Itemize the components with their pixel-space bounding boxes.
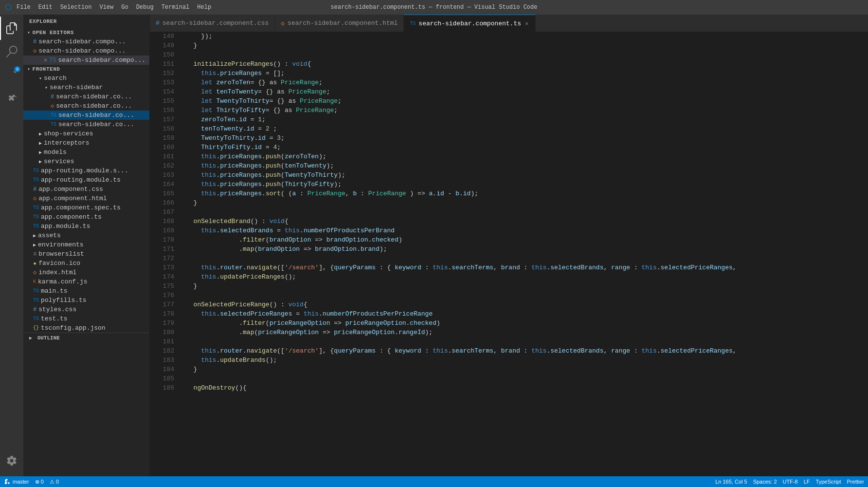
file-ss-html-name: search-sidebar.co...: [56, 102, 132, 110]
models-folder[interactable]: ▶ models: [23, 148, 149, 157]
menu-go[interactable]: Go: [121, 4, 128, 11]
status-warnings[interactable]: ⚠ 0: [50, 479, 59, 485]
html-icon3: ◇: [33, 269, 36, 276]
open-editor-ts-name: search-sidebar.compo...: [58, 56, 145, 64]
css-icon: #: [33, 38, 36, 45]
code-content[interactable]: }); } initializePriceRanges() : void{ th…: [178, 32, 868, 476]
search-folder[interactable]: ▾ search: [23, 74, 149, 83]
file-favicon[interactable]: ★ favicon.ico: [23, 259, 149, 268]
status-spaces[interactable]: Spaces: 2: [753, 479, 777, 485]
menu-edit[interactable]: Edit: [38, 4, 53, 11]
file-app-css[interactable]: # app.component.css: [23, 185, 149, 194]
status-ln[interactable]: Ln 165, Col 5: [715, 479, 747, 485]
interceptors-folder[interactable]: ▶ interceptors: [23, 138, 149, 148]
menu-terminal[interactable]: Terminal: [162, 4, 190, 11]
file-tsconfig-name: tsconfig.app.json: [41, 324, 106, 332]
file-app-html-name: app.component.html: [38, 195, 107, 202]
activity-explorer[interactable]: [0, 17, 23, 40]
file-browserslist[interactable]: ≡ browserslist: [23, 249, 149, 259]
menu-selection[interactable]: Selection: [60, 4, 92, 11]
file-main[interactable]: TS main.ts: [23, 286, 149, 296]
tab-css[interactable]: # search-sidebar.component.css: [150, 15, 275, 32]
sidebar: EXPLORER ▾ OPEN EDITORS # search-sidebar…: [23, 15, 150, 476]
file-ss-ts-main[interactable]: TS search-sidebar.co...: [23, 111, 149, 120]
status-right: Ln 165, Col 5 Spaces: 2 UTF-8 LF TypeScr…: [715, 479, 864, 485]
file-app-spec-name: app.component.spec.ts: [41, 204, 121, 211]
file-app-routing[interactable]: TS app-routing.module.ts: [23, 175, 149, 185]
menu-help[interactable]: Help: [197, 4, 211, 11]
ts-icon8: TS: [33, 316, 39, 321]
menu-file[interactable]: File: [17, 4, 31, 11]
interceptors-chevron: ▶: [39, 140, 42, 146]
code-editor: 148149150151152 153154155156157 15815916…: [150, 32, 868, 476]
file-app-ts[interactable]: TS app.component.ts: [23, 212, 149, 222]
services-chevron: ▶: [39, 159, 42, 165]
outline-section[interactable]: ▶ OUTLINE: [23, 333, 149, 343]
open-editors-section[interactable]: ▾ OPEN EDITORS: [23, 28, 149, 37]
ts-icon2: TS: [33, 168, 39, 173]
tab-ts-close[interactable]: ✕: [524, 19, 529, 28]
file-environments[interactable]: ▶ environments: [23, 240, 149, 249]
ts-icon3: TS: [33, 177, 39, 183]
status-line-ending[interactable]: LF: [804, 479, 810, 485]
file-app-spec[interactable]: TS app.component.spec.ts: [23, 203, 149, 212]
file-styles[interactable]: # styles.css: [23, 305, 149, 314]
file-environments-name: environments: [38, 241, 84, 248]
file-karma[interactable]: K karma.conf.js: [23, 277, 149, 286]
activity-bar: 9: [0, 15, 23, 476]
menu-debug[interactable]: Debug: [136, 4, 154, 11]
tab-ts[interactable]: TS search-sidebar.component.ts ✕: [404, 15, 536, 32]
ts-icon6: TS: [33, 288, 39, 294]
star-icon: ★: [33, 260, 36, 267]
search-folder-name: search: [44, 75, 67, 82]
menu-bar[interactable]: File Edit Selection View Go Debug Termin…: [17, 4, 211, 11]
services-folder[interactable]: ▶ services: [23, 157, 149, 166]
search-sidebar-folder[interactable]: ▾ search-sidebar: [23, 83, 149, 92]
ts-icon7: TS: [33, 298, 39, 303]
activity-search[interactable]: [0, 40, 23, 63]
status-prettier[interactable]: Prettier: [847, 479, 864, 485]
ts-icon4: TS: [33, 214, 39, 220]
sidebar-content: ▾ OPEN EDITORS # search-sidebar.compo...…: [23, 28, 149, 476]
file-test[interactable]: TS test.ts: [23, 314, 149, 323]
activity-source-control[interactable]: 9: [0, 63, 23, 87]
file-ss-css[interactable]: # search-sidebar.co...: [23, 92, 149, 101]
file-ss-ts-spec[interactable]: TS search-sidebar.co...: [23, 120, 149, 129]
open-editor-css[interactable]: # search-sidebar.compo...: [23, 37, 149, 46]
menu-view[interactable]: View: [99, 4, 113, 11]
shop-services-folder[interactable]: ▶ shop-services: [23, 129, 149, 138]
activity-settings[interactable]: [0, 449, 23, 472]
status-language[interactable]: TypeScript: [816, 479, 841, 485]
file-styles-name: styles.css: [38, 306, 76, 313]
close-icon[interactable]: ✕: [44, 56, 47, 64]
status-branch[interactable]: master: [4, 478, 29, 485]
html-icon: ◇: [33, 47, 36, 55]
frontend-section[interactable]: ▾ FRONTEND: [23, 65, 149, 74]
file-index-html[interactable]: ◇ index.html: [23, 268, 149, 277]
file-app-module-name: app.module.ts: [41, 223, 90, 230]
file-app-html[interactable]: ◇ app.component.html: [23, 194, 149, 203]
json-icon: {}: [33, 325, 39, 331]
file-app-module[interactable]: TS app.module.ts: [23, 222, 149, 231]
status-encoding[interactable]: UTF-8: [783, 479, 798, 485]
file-main-name: main.ts: [41, 287, 68, 295]
tab-html[interactable]: ◇ search-sidebar.component.html: [275, 15, 404, 32]
open-editor-ts[interactable]: ✕ TS search-sidebar.compo...: [23, 56, 149, 65]
shop-services-name: shop-services: [44, 130, 93, 137]
file-polyfills[interactable]: TS polyfills.ts: [23, 296, 149, 305]
css-file-icon: #: [51, 94, 54, 100]
file-assets[interactable]: ▶ assets: [23, 231, 149, 240]
file-app-routing-s[interactable]: TS app-routing.module.s...: [23, 166, 149, 175]
file-app-css-name: app.component.css: [38, 186, 103, 193]
file-tsconfig[interactable]: {} tsconfig.app.json: [23, 323, 149, 333]
activity-extensions[interactable]: [0, 87, 23, 110]
open-editor-html-name: search-sidebar.compo...: [38, 47, 126, 55]
search-sidebar-chevron: ▾: [45, 85, 48, 91]
status-errors[interactable]: ⊗ 0: [35, 479, 44, 485]
open-editor-html[interactable]: ◇ search-sidebar.compo...: [23, 46, 149, 56]
file-test-name: test.ts: [41, 315, 68, 322]
search-sidebar-folder-name: search-sidebar: [50, 84, 103, 91]
file-app-routing-name: app-routing.module.ts: [41, 176, 121, 184]
file-ss-html[interactable]: ◇ search-sidebar.co...: [23, 101, 149, 111]
html-icon2: ◇: [33, 195, 36, 202]
